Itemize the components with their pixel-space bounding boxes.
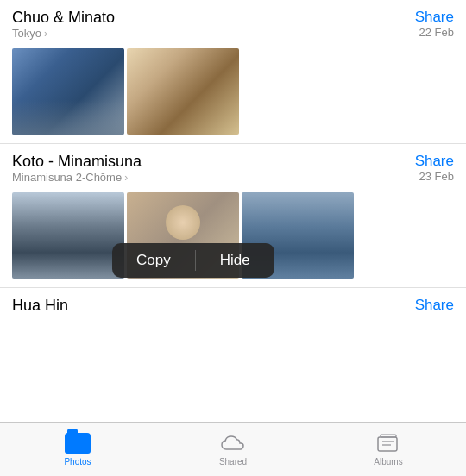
svg-rect-0 <box>378 437 397 451</box>
tab-albums[interactable]: Albums <box>311 432 466 467</box>
photo-thumb-city[interactable] <box>12 48 124 135</box>
photo-thumb-street[interactable] <box>12 192 124 279</box>
title-koto: Koto - Minamisuna <box>12 153 142 171</box>
context-menu: Copy Hide <box>112 243 274 278</box>
cloud-icon <box>220 434 246 453</box>
location-title-2: Koto - Minamisuna Minamisuna 2-Chōme › <box>12 153 142 191</box>
section-chuo-minato: Chuo & Minato Tokyo › Share 22 Feb <box>0 0 466 144</box>
albums-tab-icon <box>375 432 401 454</box>
svg-rect-1 <box>381 435 396 437</box>
photos-tab-label: Photos <box>64 457 91 467</box>
photos-folder-icon <box>65 433 91 454</box>
albums-tab-label: Albums <box>374 457 402 467</box>
share-button-2[interactable]: Share <box>415 153 454 170</box>
date-label-1: 22 Feb <box>415 26 454 39</box>
title-chuo-minato: Chuo & Minato <box>12 9 115 27</box>
location-header-3: Hua Hin Share <box>12 297 454 315</box>
title-hua-hin: Hua Hin <box>12 297 68 315</box>
date-label-2: 23 Feb <box>415 170 454 183</box>
tab-bar: Photos Shared Albums <box>0 422 466 476</box>
chevron-icon: › <box>44 28 47 40</box>
shared-tab-label: Shared <box>219 457 247 467</box>
photos-tab-icon <box>65 432 91 454</box>
section-hua-hin: Hua Hin Share <box>0 288 466 322</box>
header-right-1: Share 22 Feb <box>415 9 454 39</box>
location-title-1: Chuo & Minato Tokyo › <box>12 9 115 47</box>
tab-shared[interactable]: Shared <box>155 432 311 467</box>
copy-menu-item[interactable]: Copy <box>112 243 195 278</box>
albums-icon <box>376 433 400 454</box>
hide-menu-item[interactable]: Hide <box>196 243 274 278</box>
share-button-3[interactable]: Share <box>415 297 454 314</box>
photos-row-1 <box>12 48 454 143</box>
share-button-1[interactable]: Share <box>415 9 454 26</box>
chevron-icon-2: › <box>124 172 128 184</box>
shared-tab-icon <box>220 432 246 454</box>
subtitle-koto: Minamisuna 2-Chōme › <box>12 171 142 184</box>
subtitle-chuo-minato: Tokyo › <box>12 27 115 40</box>
tab-photos[interactable]: Photos <box>0 432 155 467</box>
location-header-1: Chuo & Minato Tokyo › Share 22 Feb <box>12 9 454 47</box>
header-right-2: Share 23 Feb <box>415 153 454 183</box>
photo-thumb-sushi[interactable] <box>127 48 239 135</box>
location-header-2: Koto - Minamisuna Minamisuna 2-Chōme › S… <box>12 153 454 191</box>
